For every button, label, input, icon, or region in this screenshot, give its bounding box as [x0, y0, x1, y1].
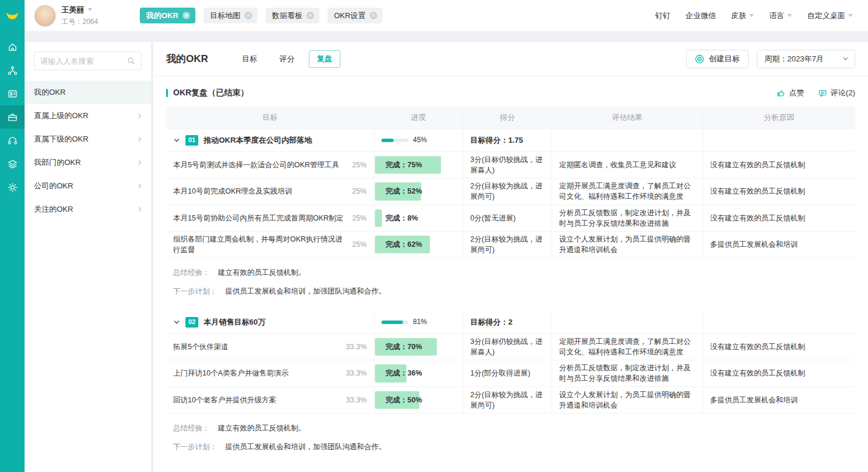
objective-progress-bar: [381, 321, 408, 324]
chevron-down-icon[interactable]: [88, 8, 92, 11]
objective-progress-value: 81%: [413, 317, 427, 327]
top-link[interactable]: 自定义桌面: [807, 11, 853, 21]
create-objective-button[interactable]: 创建目标: [686, 50, 749, 68]
kr-row: 回访10个老客户并提供升级方案33.3%完成：50%2分(目标较为挑战，进展尚可…: [166, 387, 855, 414]
objective-progress-value: 45%: [413, 135, 427, 145]
objective-title-cell: 02本月销售目标60万: [166, 311, 374, 333]
kr-row: 本月5号前测试并选择一款适合公司的OKR管理工具25%完成：75%3分(目标仍较…: [166, 152, 855, 178]
people-search: [34, 51, 142, 70]
kr-title: 本月15号前协助公司内所有员工完成首周期OKR制定: [173, 213, 343, 223]
rail-item-workbench[interactable]: [0, 105, 25, 129]
rail-item-org[interactable]: [0, 58, 25, 82]
top-link-label: 钉钉: [655, 11, 670, 21]
app-root: 王美丽 工号：2064 我的OKR×目标地图×数据看板×OKR设置× 钉钉企业微…: [0, 0, 868, 472]
main-column: 王美丽 工号：2064 我的OKR×目标地图×数据看板×OKR设置× 钉钉企业微…: [25, 0, 868, 472]
like-button[interactable]: 点赞: [777, 88, 804, 98]
period-value: 周期：2023年7月: [764, 54, 824, 64]
thumbs-up-icon: [777, 89, 786, 98]
chevron-right-icon: [137, 206, 143, 212]
sidebar-item[interactable]: 关注的OKR: [25, 198, 151, 221]
top-link-label: 自定义桌面: [807, 11, 845, 21]
user-avatar[interactable]: [34, 5, 56, 27]
comment-label: 评论(2): [831, 88, 855, 98]
collapse-chevron-icon[interactable]: [173, 137, 180, 144]
sidebar-item-label: 直属下级的OKR: [34, 134, 88, 144]
collapse-chevron-icon[interactable]: [173, 319, 180, 326]
app-logo[interactable]: [5, 0, 20, 32]
summary-experience-line: 总结经验：建立有效的员工反馈机制。: [173, 268, 855, 278]
search-input[interactable]: [40, 57, 122, 66]
sidebar-item[interactable]: 我的OKR: [25, 81, 151, 104]
sidebar-item[interactable]: 直属下级的OKR: [25, 128, 151, 151]
next-plan-label: 下一步计划：: [173, 287, 217, 297]
section-actions: 点赞 评论(2): [777, 88, 855, 98]
workspace-tab[interactable]: 目标地图×: [204, 8, 257, 23]
objective-group: 01推动OKR本季度在公司内部落地45%目标得分：1.75本月5号前测试并选择一…: [166, 129, 855, 310]
objective-score: 目标得分：1.75: [463, 129, 552, 151]
sidebar-item[interactable]: 公司的OKR: [25, 174, 151, 198]
layers-icon: [7, 159, 18, 170]
top-link[interactable]: 语言: [769, 11, 792, 21]
close-icon[interactable]: ×: [370, 12, 377, 19]
kr-score: 2分(目标较为挑战，进展尚可): [463, 232, 552, 257]
kr-progress-cell: 完成：52%: [374, 178, 463, 204]
home-icon: [7, 42, 18, 53]
kr-row: 组织各部门建立周会机制，并每周对OKR执行情况进行监督25%完成：62%2分(目…: [166, 232, 855, 258]
kr-title: 本月5号前测试并选择一款适合公司的OKR管理工具: [173, 160, 339, 170]
kr-evaluation: 设立个人发展计划，为员工提供明确的晋升通道和培训机会: [552, 387, 703, 413]
kr-title-cell: 上门拜访10个A类客户并做售前演示33.3%: [166, 360, 374, 386]
view-tab[interactable]: 评分: [271, 50, 303, 68]
smile-logo-icon: [5, 9, 20, 23]
kr-title-cell: 本月15号前协助公司内所有员工完成首周期OKR制定25%: [166, 205, 374, 231]
top-link[interactable]: 企业微信: [686, 11, 716, 21]
kr-score: 0分(暂无进展): [463, 205, 552, 231]
workspace-tab[interactable]: 我的OKR×: [140, 8, 195, 23]
kr-progress-cell: 完成：8%: [374, 205, 463, 231]
view-tab[interactable]: 复盘: [309, 50, 340, 68]
like-label: 点赞: [789, 88, 804, 98]
okr-table: 目标进度得分评估结果分析原因01推动OKR本季度在公司内部落地45%目标得分：1…: [166, 106, 855, 466]
kr-evaluation: 定期匿名调查，收集员工意见和建议: [552, 152, 703, 178]
next-plan-line: 下一步计划：提供员工发展机会和培训，加强团队沟通和合作。: [173, 442, 855, 452]
search-icon[interactable]: [127, 57, 135, 65]
comment-button[interactable]: 评论(2): [818, 88, 855, 98]
workspace-tab[interactable]: 数据看板×: [266, 8, 319, 23]
summary-experience-label: 总结经验：: [173, 268, 210, 278]
top-link[interactable]: 皮肤: [731, 11, 754, 21]
period-selector[interactable]: 周期：2023年7月: [757, 50, 855, 68]
rail-item-layers[interactable]: [0, 152, 25, 175]
kr-reason: 多提供员工发展机会和培训: [703, 387, 855, 413]
target-icon: [695, 54, 704, 64]
objective-progress-bar: [381, 139, 408, 142]
column-header: 进度: [374, 106, 463, 129]
rail-item-headset[interactable]: [0, 129, 25, 152]
rail-item-home[interactable]: [0, 35, 25, 58]
close-icon[interactable]: ×: [182, 12, 190, 19]
sidebar-item[interactable]: 我部门的OKR: [25, 151, 151, 174]
kr-reason: 没有建立有效的员工反馈机制: [703, 178, 855, 204]
summary-experience-value: 建立有效的员工反馈机制。: [218, 423, 306, 433]
close-icon[interactable]: ×: [244, 12, 252, 19]
chevron-right-icon: [137, 183, 143, 189]
kr-weight: 33.3%: [346, 342, 367, 352]
view-tabs: 目标评分复盘: [234, 50, 686, 68]
top-link[interactable]: 钉钉: [655, 11, 670, 21]
objective-score: 目标得分：2: [463, 311, 552, 333]
empty-cell: [703, 129, 855, 151]
top-link-label: 语言: [769, 11, 784, 21]
sidebar-item[interactable]: 直属上级的OKR: [25, 104, 151, 128]
rail-item-id-card[interactable]: [0, 82, 25, 105]
empty-cell: [552, 311, 703, 333]
workspace-tab[interactable]: OKR设置×: [328, 8, 383, 23]
column-header: 得分: [463, 106, 552, 129]
org-icon: [7, 65, 18, 76]
kr-title-cell: 回访10个老客户并提供升级方案33.3%: [166, 387, 374, 413]
kr-weight: 33.3%: [346, 368, 367, 378]
close-icon[interactable]: ×: [306, 12, 314, 19]
rail-item-gear[interactable]: [0, 175, 25, 199]
kr-weight: 25%: [352, 213, 367, 223]
top-links: 钉钉企业微信皮肤语言自定义桌面: [655, 11, 853, 21]
employee-id: 工号：2064: [61, 17, 133, 27]
empty-cell: [703, 311, 855, 333]
view-tab[interactable]: 目标: [234, 50, 266, 68]
